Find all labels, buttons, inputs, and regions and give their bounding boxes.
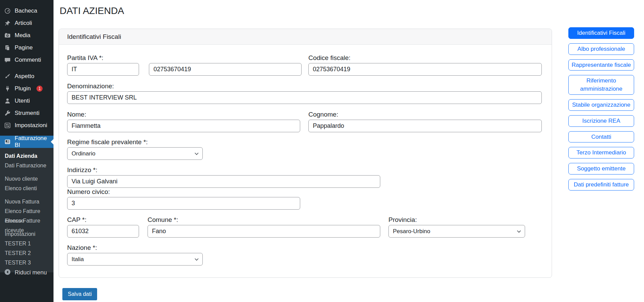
field-comune: Comune *: [148, 216, 380, 238]
tab-rappresentante-fiscale[interactable]: Rappresentante fiscale [568, 59, 634, 71]
submenu-item-elenco-clienti[interactable]: Elenco clienti [0, 184, 53, 193]
cognome-input[interactable] [308, 120, 542, 132]
identificativi-fiscali-card: Identificativi Fiscali Partita IVA *: Co… [59, 29, 552, 278]
field-codice-fiscale: Codice fiscale: [308, 54, 542, 76]
nazione-label: Nazione *: [67, 244, 203, 252]
sidebar-item-label: Commenti [15, 57, 41, 63]
section-tabs: Identificativi Fiscali Albo professional… [568, 27, 634, 191]
submenu-item-tester-2[interactable]: TESTER 2 [0, 248, 53, 258]
comment-icon [4, 57, 11, 63]
dashboard-icon [4, 7, 11, 14]
submenu-item-dati-fatturazione[interactable]: Dati Fatturazione [0, 161, 53, 170]
fatturazione-submenu: Dati Azienda Dati Fatturazione Nuovo cli… [0, 148, 53, 272]
tab-albo-professionale[interactable]: Albo professionale [568, 43, 634, 55]
partita-iva-prefix-input[interactable] [67, 63, 139, 76]
tab-riferimento-amministrazione[interactable]: Riferimento amministrazione [568, 75, 634, 95]
field-regime-fiscale: Regime fiscale prevalente *: Ordinario [67, 138, 203, 160]
partita-iva-label: Partita IVA *: [67, 54, 302, 62]
sidebar-item-plugin[interactable]: Plugin 1 [0, 82, 53, 95]
field-indirizzo: Indirizzo *: [67, 166, 380, 188]
user-icon [4, 97, 11, 104]
tab-terzo-intermediario[interactable]: Terzo Intermediario [568, 147, 634, 158]
wrench-icon [4, 110, 11, 117]
sidebar-item-strumenti[interactable]: Strumenti [0, 107, 53, 119]
field-nome: Nome: [67, 111, 300, 132]
cap-input[interactable] [67, 225, 139, 238]
collapse-arrow-icon [4, 269, 11, 277]
field-nazione: Nazione *: Italia [67, 244, 203, 266]
sidebar-item-label: Utenti [15, 97, 30, 104]
menu-separator [0, 66, 53, 70]
save-button[interactable]: Salva dati [62, 288, 97, 300]
field-partita-iva: Partita IVA *: [67, 54, 302, 76]
denominazione-input[interactable] [67, 91, 542, 104]
comune-input[interactable] [148, 225, 380, 238]
submenu-item-nuovo-cliente[interactable]: Nuovo cliente [0, 174, 53, 184]
tab-stabile-organizzazione[interactable]: Stabile organizzazione [568, 99, 634, 111]
admin-sidebar: Bacheca Articoli Media Pagine [0, 0, 53, 302]
sidebar-item-label: Fatturazione BI [15, 135, 51, 149]
sidebar-item-bacheca[interactable]: Bacheca [0, 5, 53, 17]
regime-fiscale-value: Ordinario [72, 150, 95, 157]
sidebar-item-label: Aspetto [15, 73, 34, 80]
sidebar-item-aspetto[interactable]: Aspetto [0, 70, 53, 82]
sidebar-item-label: Articoli [15, 20, 32, 27]
tab-iscrizione-rea[interactable]: Iscrizione REA [568, 115, 634, 127]
sidebar-item-utenti[interactable]: Utenti [0, 95, 53, 107]
sidebar-item-media[interactable]: Media [0, 29, 53, 42]
submenu-item-elenco-fatture-emesse[interactable]: Elenco Fatture emesse [0, 207, 53, 216]
submenu-item-elenco-fatture-ricevute[interactable]: Elenco Fatture ricevute [0, 216, 53, 226]
sidebar-item-label: Pagine [15, 44, 33, 51]
sidebar-item-impostazioni[interactable]: Impostazioni [0, 119, 53, 132]
numero-civico-label: Numero civico: [67, 188, 300, 196]
pages-icon [4, 44, 11, 51]
tab-contatti[interactable]: Contatti [568, 131, 634, 143]
main-content: DATI AZIENDA Identificativi Fiscali Part… [53, 0, 644, 302]
nazione-select[interactable]: Italia [67, 253, 203, 266]
sidebar-item-fatturazione-bi[interactable]: Fatturazione BI [0, 136, 53, 148]
chevron-down-icon [517, 229, 521, 234]
tab-soggetto-emittente[interactable]: Soggetto emittente [568, 163, 634, 175]
sidebar-item-articoli[interactable]: Articoli [0, 17, 53, 29]
sidebar-item-label: Media [15, 32, 30, 39]
nome-input[interactable] [67, 120, 300, 132]
codice-fiscale-input[interactable] [308, 63, 542, 76]
field-cognome: Cognome: [308, 111, 542, 132]
camera-icon [4, 32, 11, 39]
cap-label: CAP *: [67, 216, 139, 224]
tab-identificativi-fiscali[interactable]: Identificativi Fiscali [568, 27, 634, 39]
collapse-menu-button[interactable]: Riduci menu [0, 267, 53, 279]
chevron-down-icon [194, 151, 199, 156]
submenu-item-dati-azienda[interactable]: Dati Azienda [0, 151, 53, 161]
plug-icon [4, 85, 11, 92]
submenu-item-impostazioni[interactable]: Impostazioni [0, 229, 53, 239]
invoice-plugin-icon [4, 138, 11, 145]
nome-label: Nome: [67, 111, 300, 118]
submenu-item-tester-1[interactable]: TESTER 1 [0, 239, 53, 248]
submenu-item-nuova-fattura[interactable]: Nuova Fattura [0, 197, 53, 207]
card-header: Identificativi Fiscali [59, 29, 552, 45]
regime-fiscale-select[interactable]: Ordinario [67, 147, 203, 160]
app-window: Bacheca Articoli Media Pagine [0, 0, 644, 302]
numero-civico-input[interactable] [67, 197, 300, 210]
codice-fiscale-label: Codice fiscale: [308, 54, 542, 62]
tab-dati-predefiniti-fatture[interactable]: Dati predefiniti fatture [568, 179, 634, 191]
provincia-select[interactable]: Pesaro-Urbino [388, 225, 525, 238]
partita-iva-input[interactable] [149, 63, 302, 76]
indirizzo-input[interactable] [67, 175, 380, 188]
field-denominazione: Denominazione: [67, 82, 542, 104]
pin-icon [4, 20, 11, 27]
sidebar-item-label: Bacheca [15, 7, 37, 14]
sidebar-item-label: Impostazioni [15, 122, 47, 129]
cognome-label: Cognome: [308, 111, 542, 118]
sidebar-item-commenti[interactable]: Commenti [0, 54, 53, 66]
comune-label: Comune *: [148, 216, 380, 224]
nazione-value: Italia [72, 256, 84, 263]
settings-icon [4, 122, 11, 129]
field-numero-civico: Numero civico: [67, 188, 300, 210]
indirizzo-label: Indirizzo *: [67, 166, 380, 174]
sidebar-item-label: Strumenti [15, 110, 40, 117]
sidebar-item-pagine[interactable]: Pagine [0, 42, 53, 54]
submenu-item-tester-3[interactable]: TESTER 3 [0, 258, 53, 268]
provincia-value: Pesaro-Urbino [393, 228, 430, 235]
